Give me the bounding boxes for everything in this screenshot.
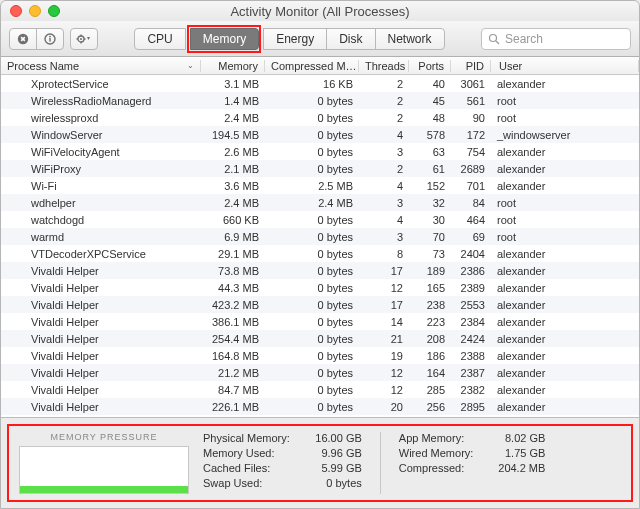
cell-memory: 6.9 MB [201, 231, 265, 243]
table-row[interactable]: WiFiVelocityAgent2.6 MB0 bytes363754alex… [1, 143, 639, 160]
info-button[interactable] [36, 28, 64, 50]
cell-compressed: 0 bytes [265, 282, 359, 294]
cell-user: alexander [491, 401, 639, 413]
cell-name: Vivaldi Helper [1, 282, 201, 294]
table-row[interactable]: XprotectService3.1 MB16 KB2403061alexand… [1, 75, 639, 92]
cell-threads: 4 [359, 129, 409, 141]
table-row[interactable]: WindowServer194.5 MB0 bytes4578172_windo… [1, 126, 639, 143]
header-threads[interactable]: Threads [359, 60, 409, 72]
cell-threads: 2 [359, 95, 409, 107]
stop-process-button[interactable] [9, 28, 37, 50]
table-row[interactable]: WiFiProxy2.1 MB0 bytes2612689alexander [1, 160, 639, 177]
stop-icon [17, 33, 29, 45]
stat-label: Swap Used: [203, 477, 262, 489]
cell-ports: 45 [409, 95, 451, 107]
cell-threads: 21 [359, 333, 409, 345]
cell-compressed: 0 bytes [265, 384, 359, 396]
toolbar: CPU Memory Energy Disk Network Search [1, 21, 639, 57]
tab-disk[interactable]: Disk [326, 28, 375, 50]
table-row[interactable]: Vivaldi Helper254.4 MB0 bytes212082424al… [1, 330, 639, 347]
cell-threads: 3 [359, 146, 409, 158]
cell-ports: 285 [409, 384, 451, 396]
cell-memory: 29.1 MB [201, 248, 265, 260]
cell-compressed: 2.4 MB [265, 197, 359, 209]
table-row[interactable]: Vivaldi Helper386.1 MB0 bytes142232384al… [1, 313, 639, 330]
header-user[interactable]: User [491, 60, 639, 72]
cell-pid: 2689 [451, 163, 491, 175]
cell-memory: 21.2 MB [201, 367, 265, 379]
header-memory[interactable]: Memory [201, 60, 265, 72]
cell-compressed: 0 bytes [265, 333, 359, 345]
process-table[interactable]: XprotectService3.1 MB16 KB2403061alexand… [1, 75, 639, 417]
cell-user: root [491, 95, 639, 107]
cell-user: root [491, 197, 639, 209]
cell-ports: 152 [409, 180, 451, 192]
table-row[interactable]: WirelessRadioManagerd1.4 MB0 bytes245561… [1, 92, 639, 109]
cell-user: alexander [491, 333, 639, 345]
cell-threads: 3 [359, 197, 409, 209]
table-row[interactable]: Vivaldi Helper44.3 MB0 bytes121652389ale… [1, 279, 639, 296]
cell-pid: 2387 [451, 367, 491, 379]
table-row[interactable]: VTDecoderXPCService29.1 MB0 bytes8732404… [1, 245, 639, 262]
cell-ports: 61 [409, 163, 451, 175]
cell-user: alexander [491, 316, 639, 328]
search-input[interactable]: Search [481, 28, 631, 50]
cell-ports: 48 [409, 112, 451, 124]
cell-memory: 164.8 MB [201, 350, 265, 362]
table-row[interactable]: wdhelper2.4 MB2.4 MB33284root [1, 194, 639, 211]
table-row[interactable]: wirelessproxd2.4 MB0 bytes24890root [1, 109, 639, 126]
table-row[interactable]: Vivaldi Helper73.8 MB0 bytes171892386ale… [1, 262, 639, 279]
footer-highlight: MEMORY PRESSURE Physical Memory:16.00 GB… [7, 424, 633, 502]
memory-pressure-panel: MEMORY PRESSURE [19, 432, 189, 494]
cell-ports: 70 [409, 231, 451, 243]
memory-stats: Physical Memory:16.00 GBMemory Used:9.96… [203, 432, 621, 494]
table-row[interactable]: Vivaldi Helper21.2 MB0 bytes121642387ale… [1, 364, 639, 381]
cell-name: Wi-Fi [1, 180, 201, 192]
tab-memory[interactable]: Memory [190, 28, 259, 50]
tab-energy[interactable]: Energy [263, 28, 327, 50]
cell-memory: 226.1 MB [201, 401, 265, 413]
cell-name: WiFiProxy [1, 163, 201, 175]
header-pid[interactable]: PID [451, 60, 491, 72]
info-icon [44, 33, 56, 45]
header-ports[interactable]: Ports [409, 60, 451, 72]
table-row[interactable]: Wi-Fi3.6 MB2.5 MB4152701alexander [1, 177, 639, 194]
cell-compressed: 16 KB [265, 78, 359, 90]
table-row[interactable]: warmd6.9 MB0 bytes37069root [1, 228, 639, 245]
cell-ports: 238 [409, 299, 451, 311]
cell-user: alexander [491, 384, 639, 396]
cell-threads: 17 [359, 299, 409, 311]
cell-pid: 69 [451, 231, 491, 243]
table-row[interactable]: Vivaldi Helper164.8 MB0 bytes191862388al… [1, 347, 639, 364]
cell-memory: 44.3 MB [201, 282, 265, 294]
cell-memory: 2.4 MB [201, 197, 265, 209]
stat-row: Wired Memory:1.75 GB [399, 447, 546, 459]
memory-pressure-bar [20, 486, 188, 493]
stat-label: Physical Memory: [203, 432, 290, 444]
settings-button[interactable] [70, 28, 98, 50]
cell-ports: 40 [409, 78, 451, 90]
stat-row: Cached Files:5.99 GB [203, 462, 362, 474]
tab-cpu[interactable]: CPU [134, 28, 185, 50]
header-compressed[interactable]: Compressed M… [265, 60, 359, 72]
table-row[interactable]: Vivaldi Helper423.2 MB0 bytes172382553al… [1, 296, 639, 313]
table-row[interactable]: Vivaldi Helper226.1 MB0 bytes202562895al… [1, 398, 639, 415]
cell-compressed: 0 bytes [265, 112, 359, 124]
tab-network[interactable]: Network [375, 28, 445, 50]
stats-right-column: App Memory:8.02 GBWired Memory:1.75 GBCo… [399, 432, 546, 494]
stat-row: Memory Used:9.96 GB [203, 447, 362, 459]
cell-name: Vivaldi Helper [1, 350, 201, 362]
svg-point-12 [489, 34, 496, 41]
cell-threads: 2 [359, 78, 409, 90]
cell-ports: 189 [409, 265, 451, 277]
cell-name: Vivaldi Helper [1, 367, 201, 379]
header-process-name[interactable]: Process Name⌄ [1, 60, 201, 72]
cell-user: alexander [491, 299, 639, 311]
cell-user: alexander [491, 180, 639, 192]
table-row[interactable]: Vivaldi Helper84.7 MB0 bytes122852382ale… [1, 381, 639, 398]
table-row[interactable]: watchdogd660 KB0 bytes430464root [1, 211, 639, 228]
cell-pid: 2386 [451, 265, 491, 277]
cell-pid: 754 [451, 146, 491, 158]
cell-compressed: 0 bytes [265, 299, 359, 311]
cell-pid: 172 [451, 129, 491, 141]
